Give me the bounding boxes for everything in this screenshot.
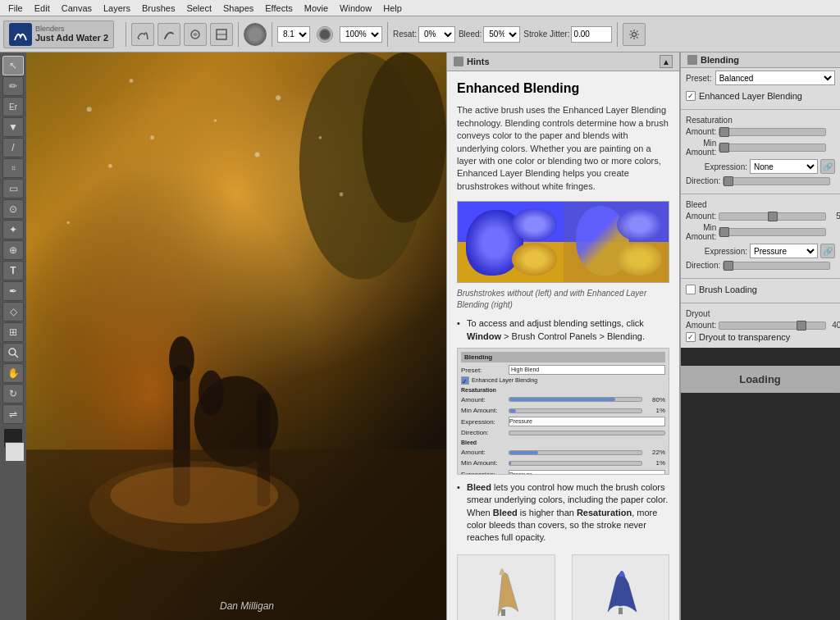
preset-select[interactable]: Balanced xyxy=(715,71,835,85)
svg-point-4 xyxy=(632,32,637,36)
tool-clone[interactable]: ⊕ xyxy=(2,240,24,260)
menu-layers[interactable]: Layers xyxy=(98,2,135,14)
hints-content[interactable]: Enhanced Blending The active brush uses … xyxy=(447,71,679,620)
tool-pen[interactable]: ✒ xyxy=(2,281,24,301)
brush-loading-checkbox-row: Brush Loading xyxy=(686,285,835,294)
tool-layer-adjuster[interactable]: ⊞ xyxy=(2,322,24,342)
tool-rotate[interactable]: ↻ xyxy=(2,384,24,403)
menu-brushes[interactable]: Brushes xyxy=(137,2,180,14)
tool-shape[interactable]: ◇ xyxy=(2,302,24,321)
menu-help[interactable]: Help xyxy=(378,2,407,14)
dryout-amount-val: 400.0 xyxy=(828,321,840,330)
svg-rect-30 xyxy=(619,608,623,614)
divider-4 xyxy=(681,303,840,303)
hints-bullet-1: To access and adjust blending settings, … xyxy=(457,317,669,343)
hints-panel-title: Hints xyxy=(467,57,490,66)
menu-select[interactable]: Select xyxy=(181,2,217,14)
bleed-control: Bleed: 50% xyxy=(459,26,520,43)
dryout-trans-checkbox[interactable]: ✓ xyxy=(686,332,696,342)
divider-3 xyxy=(681,278,840,279)
dryout-title: Dryout xyxy=(686,309,835,318)
tool-crop[interactable]: ⌗ xyxy=(2,158,24,178)
tool-eyedropper[interactable]: / xyxy=(2,138,24,157)
resat-expr-icon[interactable]: 🔗 xyxy=(820,159,835,174)
tool-magic-wand[interactable]: ✦ xyxy=(2,220,24,239)
brush-shape-tool[interactable] xyxy=(210,23,233,46)
menu-canvas[interactable]: Canvas xyxy=(57,2,97,14)
divider-1 xyxy=(681,109,840,110)
menu-movie[interactable]: Movie xyxy=(299,2,333,14)
menu-shapes[interactable]: Shapes xyxy=(218,2,258,14)
tool-zoom[interactable] xyxy=(2,343,24,362)
resat-select[interactable]: 0% xyxy=(418,26,455,43)
enhanced-label: Enhanced Layer Blending xyxy=(699,91,802,101)
brush-selector-tool[interactable] xyxy=(131,23,154,46)
jitter-control: Stroke Jitter: xyxy=(523,26,612,43)
hints-panel-header: Hints ▲ xyxy=(447,52,679,71)
tool-text[interactable]: T xyxy=(2,261,24,280)
enhanced-checkbox[interactable]: ✓ xyxy=(686,91,696,101)
hints-brush-demo xyxy=(457,201,669,283)
resat-dir-val: 0° xyxy=(832,176,840,185)
tool-brush[interactable]: ✏ xyxy=(2,76,24,96)
jitter-input[interactable] xyxy=(571,26,612,43)
tool-paint-bucket[interactable]: ▼ xyxy=(2,117,24,137)
hints-brush-img-left xyxy=(457,554,555,620)
opacity-select[interactable]: 100% xyxy=(340,26,382,43)
brush-loading-checkbox[interactable] xyxy=(686,285,696,294)
svg-point-27 xyxy=(66,221,70,225)
menu-file[interactable]: File xyxy=(3,2,28,14)
toolbar-separator-5 xyxy=(617,22,618,47)
color-wheel-indicator[interactable] xyxy=(244,23,267,46)
brush-variant-2[interactable] xyxy=(184,23,207,46)
bleed-min-label: Min Amount: xyxy=(686,223,716,241)
resat-dir-slider[interactable] xyxy=(723,177,830,185)
bleed-amount-slider[interactable] xyxy=(719,212,826,221)
dryout-trans-row: ✓ Dryout to transparency xyxy=(686,332,835,342)
brush-size-select[interactable]: 8.1 xyxy=(277,26,310,43)
app-logo: Blenders Just Add Water 2 xyxy=(3,21,114,48)
settings-button[interactable] xyxy=(623,23,646,46)
tool-rect-select[interactable]: ▭ xyxy=(2,179,24,198)
divider-2 xyxy=(681,194,840,194)
bleed-dir-slider[interactable] xyxy=(723,262,830,270)
hints-bullet-2-suffix: is higher than xyxy=(518,508,577,517)
resaturation-section: Resaturation Amount: 0% Min Amount: 0% E… xyxy=(681,112,840,191)
brush-blend-right-bottom xyxy=(617,243,662,276)
canvas-area[interactable]: Dan Milligan xyxy=(26,52,446,620)
menu-effects[interactable]: Effects xyxy=(260,2,297,14)
resat-expr-select[interactable]: None xyxy=(750,159,818,174)
hints-panel: Hints ▲ Enhanced Blending The active bru… xyxy=(446,52,680,620)
resat-min-slider[interactable] xyxy=(719,144,826,152)
brush-preview-dot xyxy=(317,26,333,43)
app-logo-icon xyxy=(9,23,32,46)
menu-edit[interactable]: Edit xyxy=(30,2,55,14)
hints-bullet-1-suffix: > Brush Control Panels > Blending. xyxy=(501,331,645,341)
bleed-dir-row: Direction: 0° xyxy=(686,261,835,270)
svg-line-6 xyxy=(15,354,18,358)
dryout-amount-slider[interactable] xyxy=(719,321,826,330)
brush-variant-1[interactable] xyxy=(158,23,180,46)
painting-canvas[interactable]: Dan Milligan xyxy=(26,52,446,620)
hints-scroll-up[interactable]: ▲ xyxy=(660,55,673,68)
tool-hand[interactable]: ✋ xyxy=(2,363,24,383)
bleed-min-slider[interactable] xyxy=(719,228,826,236)
bleed-expr-icon[interactable]: 🔗 xyxy=(820,244,835,258)
mini-dir-row: Direction: xyxy=(461,428,665,437)
bleed-dir-slider-container: 0° xyxy=(723,261,840,270)
tool-eraser[interactable]: Er xyxy=(2,97,24,116)
tool-mirror[interactable]: ⇌ xyxy=(2,404,24,424)
resat-amount-val: 0% xyxy=(828,127,840,136)
menu-window[interactable]: Window xyxy=(335,2,377,14)
resat-amount-label: Amount: xyxy=(686,127,716,136)
tool-lasso[interactable]: ⊙ xyxy=(2,199,24,219)
resat-expr-row: Expression: None 🔗 xyxy=(686,159,835,174)
color-secondary[interactable] xyxy=(5,442,25,462)
svg-point-20 xyxy=(130,79,134,83)
bleed-expr-select[interactable]: Pressure xyxy=(750,244,818,258)
resat-amount-row: Amount: 0% xyxy=(686,127,835,136)
tool-pointer[interactable]: ↖ xyxy=(2,56,24,75)
bleed-select[interactable]: 50% xyxy=(483,26,520,43)
resat-amount-slider[interactable] xyxy=(719,128,826,136)
svg-point-23 xyxy=(108,164,112,168)
